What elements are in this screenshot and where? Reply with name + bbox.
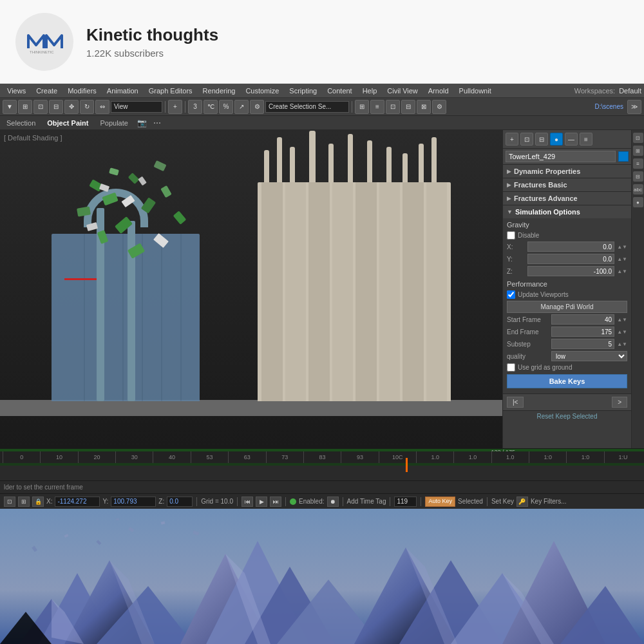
menu-pulldownit[interactable]: Pulldownit [455,86,496,96]
ctrl-enabled-toggle[interactable]: ⏺ [327,497,339,507]
svg-text:THINKINETIC: THINKINETIC [30,50,54,54]
nav-prev-btn[interactable]: |< [507,397,524,408]
toolbar-btn-13[interactable]: ⊟ [401,100,415,114]
panel-btn-line[interactable]: — [565,133,578,146]
start-frame-input[interactable] [551,314,614,325]
sub-tool-selection[interactable]: Selection [4,118,38,128]
far-icon-5[interactable]: ● [633,197,643,207]
timeline-playhead[interactable] [406,458,408,472]
toolbar-btn-4[interactable]: ⊟ [49,100,63,114]
toolbar-btn-10[interactable]: ⊞ [355,100,369,114]
section-simulation-header[interactable]: ▼ Simulation Options [503,205,631,218]
toolbar-btn-7[interactable]: % [219,100,233,114]
gravity-x-spinner[interactable]: ▲▼ [617,244,627,250]
gravity-x-input[interactable] [527,242,614,252]
menu-help[interactable]: Help [358,86,382,96]
menu-animation[interactable]: Animation [102,86,143,96]
substep-input[interactable] [551,339,614,349]
panel-btn-move[interactable]: ⊟ [535,133,548,146]
far-icon-3[interactable]: ≡ [633,158,643,169]
section-dynamic-title: Dynamic Properties [514,167,580,175]
ctrl-play-prev[interactable]: ⏮ [242,497,253,507]
toolbar-btn-end[interactable]: ≫ [627,100,641,114]
end-frame-input[interactable] [551,327,614,337]
timeline-bar[interactable]: 0 10 20 30 40 53 63 73 83 93 10C 1.0 1.0… [0,451,644,463]
toolbar-btn-3[interactable]: ⊡ [33,100,48,114]
toolbar-btn-8[interactable]: ↗ [234,100,249,114]
toolbar-btn-12[interactable]: ⊡ [386,100,400,114]
substep-spinner[interactable]: ▲▼ [617,341,627,347]
menu-customize[interactable]: Customize [241,86,283,96]
ctrl-x-input[interactable] [55,497,100,507]
section-fractures-advance-header[interactable]: ▶ Fractures Advance [503,192,631,205]
quality-select[interactable]: low medium high [551,351,627,361]
sub-tool-icon-camera[interactable]: 📷 [137,118,147,128]
ctrl-frame-input[interactable] [394,497,417,507]
panel-btn-plus[interactable]: + [506,133,518,146]
gravity-y-row: Y: ▲▼ [507,254,627,264]
toolbar-btn-rotate[interactable]: ↻ [80,100,94,114]
toolbar-btn-11[interactable]: ≡ [370,100,384,114]
menu-scripting[interactable]: Scripting [285,86,321,96]
reset-keep-selected[interactable]: Reset Keep Selected [503,411,631,422]
sub-tool-icon-more[interactable]: ⋯ [153,118,161,128]
ctrl-play-next[interactable]: ⏭ [270,497,281,507]
ctrl-y-input[interactable] [111,497,156,507]
disable-checkbox[interactable] [507,231,515,240]
bake-keys-btn[interactable]: Bake Keys [507,374,627,388]
menu-rendering[interactable]: Rendering [198,86,240,96]
toolbar-btn-2[interactable]: ⊞ [18,100,32,114]
toolbar-btn-5[interactable]: 3 [188,100,202,114]
gravity-z-spinner[interactable]: ▲▼ [617,269,627,274]
far-icon-2[interactable]: ⊞ [633,146,643,156]
menu-civil-view[interactable]: Civil View [383,86,422,96]
gravity-z-input[interactable] [527,266,614,276]
menu-views[interactable]: Views [3,86,30,96]
ctrl-btn-2[interactable]: ⊞ [18,497,30,507]
object-name-input[interactable] [506,151,616,162]
end-frame-spinner[interactable]: ▲▼ [617,329,627,335]
toolbar-btn-1[interactable]: ▼ [3,100,17,114]
menu-content[interactable]: Content [323,86,357,96]
toolbar-btn-scale[interactable]: ⇔ [95,100,109,114]
sub-tool-populate[interactable]: Populate [97,118,130,128]
ctrl-set-key-btn[interactable]: 🔑 [516,497,528,507]
ctrl-btn-1[interactable]: ⊡ [4,497,15,507]
start-frame-spinner[interactable]: ▲▼ [617,317,627,323]
ctrl-auto-key-btn[interactable]: Auto Key [425,497,455,507]
toolbar-btn-9[interactable]: ⚙ [250,100,264,114]
panel-btn-select[interactable]: ⊡ [520,133,533,146]
sub-tool-object-paint[interactable]: Object Paint [44,118,91,128]
toolbar-btn-move[interactable]: ✥ [64,100,79,114]
create-selection-input[interactable] [265,101,349,113]
gravity-y-input[interactable] [527,254,614,264]
gravity-y-spinner[interactable]: ▲▼ [617,256,627,262]
viewport[interactable]: [ Default Shading ] [0,130,502,448]
toolbar-btn-select[interactable]: + [168,100,182,114]
sub-toolbar: Selection Object Paint Populate 📷 ⋯ [0,116,644,130]
menu-arnold[interactable]: Arnold [424,86,453,96]
far-icon-4[interactable]: ⊟ [633,171,643,182]
nav-next-btn[interactable]: > [612,397,627,408]
ctrl-btn-lock[interactable]: 🔒 [32,497,44,507]
update-viewports-checkbox[interactable] [507,290,515,299]
workspace-name: Default [619,87,641,95]
menu-create[interactable]: Create [32,86,62,96]
far-icon-1[interactable]: ⊡ [633,133,643,143]
section-fractures-basic-header[interactable]: ▶ Fractures Basic [503,178,631,191]
toolbar-btn-15[interactable]: ⚙ [432,100,446,114]
ctrl-z-input[interactable] [167,497,193,507]
toolbar-btn-6[interactable]: ℃ [204,100,218,114]
far-icon-abc[interactable]: abc [633,184,643,194]
ctrl-play-btn[interactable]: ▶ [256,497,267,507]
menu-graph-editors[interactable]: Graph Editors [144,86,197,96]
manage-pdi-btn[interactable]: Manage Pdi World [507,301,627,313]
toolbar-btn-14[interactable]: ⊠ [417,100,431,114]
use-grid-checkbox[interactable] [507,363,515,372]
menu-modifiers[interactable]: Modifiers [63,86,101,96]
panel-btn-sphere[interactable]: ● [550,133,563,146]
section-dynamic-header[interactable]: ▶ Dynamic Properties [503,165,631,178]
object-color-box[interactable] [618,151,629,162]
panel-btn-config[interactable]: ≡ [580,133,592,146]
view-input[interactable] [111,101,162,113]
